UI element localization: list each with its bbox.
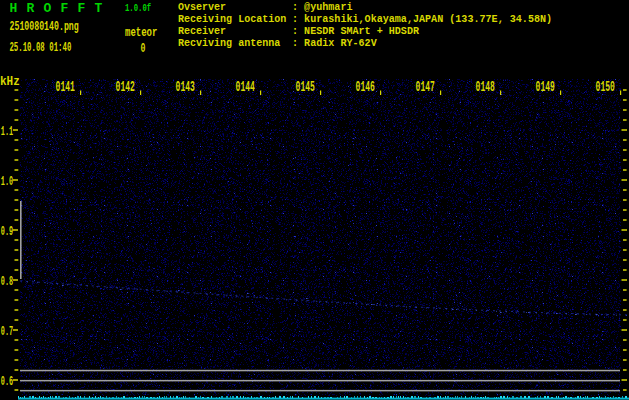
svg-text:: NESDR SMArt + HDSDR: : NESDR SMArt + HDSDR — [292, 25, 420, 38]
svg-text:0150: 0150 — [596, 80, 615, 95]
svg-text:: @yuhmari: : @yuhmari — [292, 1, 352, 14]
svg-text:0146: 0146 — [356, 80, 375, 95]
svg-text:meteor: meteor — [125, 25, 157, 39]
svg-text:1.1: 1.1 — [1, 125, 13, 139]
svg-text:Receiver: Receiver — [178, 25, 226, 38]
svg-text:0144: 0144 — [236, 80, 255, 95]
svg-text:1.0: 1.0 — [1, 175, 13, 189]
svg-text:0148: 0148 — [476, 80, 495, 95]
svg-text:0149: 0149 — [536, 80, 555, 95]
svg-text:0.6: 0.6 — [1, 375, 13, 389]
svg-text:25.10.08 01:40: 25.10.08 01:40 — [9, 40, 71, 55]
svg-text:0.9: 0.9 — [1, 225, 13, 239]
svg-text:kHz: kHz — [0, 74, 20, 89]
svg-text:: Radix RY-62V: : Radix RY-62V — [292, 37, 377, 50]
svg-text:0147: 0147 — [416, 80, 435, 95]
svg-text:: kurashiki,Okayama,JAPAN (133: : kurashiki,Okayama,JAPAN (133.77E, 34.5… — [292, 13, 552, 26]
svg-text:0142: 0142 — [116, 80, 135, 95]
svg-text:0143: 0143 — [176, 80, 195, 95]
svg-text:2510080140.png: 2510080140.png — [10, 20, 79, 34]
svg-text:Receiving Location: Receiving Location — [178, 13, 286, 26]
svg-text:1.0.0f: 1.0.0f — [125, 2, 151, 15]
svg-text:0.7: 0.7 — [1, 325, 13, 339]
svg-text:0145: 0145 — [296, 80, 315, 95]
svg-text:Recviving antenna: Recviving antenna — [178, 37, 281, 50]
svg-text:Ovserver: Ovserver — [178, 1, 226, 14]
svg-text:HROFFT: HROFFT — [9, 1, 111, 16]
svg-text:0141: 0141 — [56, 80, 75, 95]
svg-text:0: 0 — [141, 41, 146, 55]
svg-text:0.8: 0.8 — [1, 275, 13, 289]
